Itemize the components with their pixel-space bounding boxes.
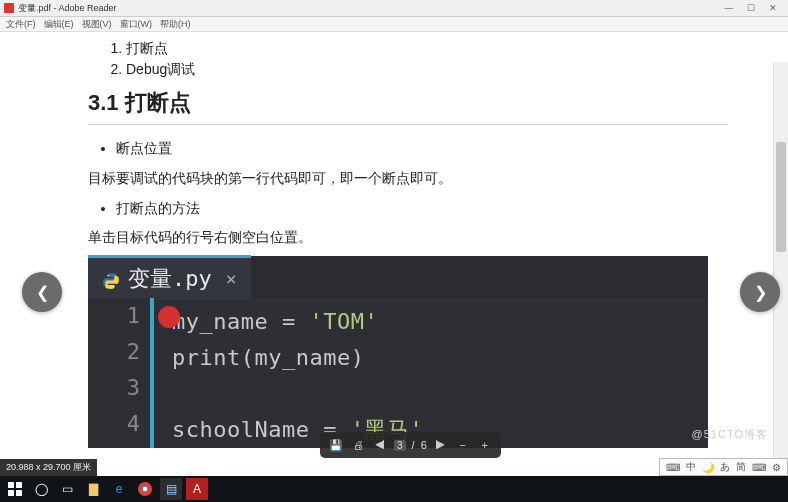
document-viewport: 打断点 Debug调试 3.1 打断点 断点位置 目标要调试的代码块的第一行代码…	[0, 32, 788, 502]
print-icon[interactable]: 🖨	[350, 437, 366, 453]
list-item: 打断点	[126, 38, 728, 59]
svg-point-0	[107, 274, 108, 275]
gutter[interactable]: 1 2 3 4	[88, 298, 154, 448]
bullet-item: 断点位置	[116, 137, 728, 161]
ime-icon[interactable]: ⌨	[666, 462, 680, 473]
code-line	[172, 376, 423, 412]
page-current[interactable]: 3	[394, 440, 406, 451]
next-page-button[interactable]: ❯	[740, 272, 780, 312]
save-icon[interactable]: 💾	[328, 437, 344, 453]
svg-rect-5	[16, 490, 22, 496]
close-button[interactable]: ✕	[762, 3, 784, 13]
paragraph: 单击目标代码的行号右侧空白位置。	[88, 226, 728, 250]
divider	[88, 124, 728, 125]
zoom-in-icon[interactable]: +	[477, 437, 493, 453]
watermark: @51CTO博客	[692, 427, 768, 442]
page-sep: /	[412, 439, 415, 451]
page-total: 6	[421, 439, 427, 451]
paragraph: 目标要调试的代码块的第一行代码即可，即一个断点即可。	[88, 167, 728, 191]
line-number: 4	[127, 411, 140, 436]
python-icon	[102, 270, 120, 288]
ime-bar[interactable]: ⌨ 中 🌙 あ 简 ⌨ ⚙	[659, 458, 788, 476]
ime-lang[interactable]: 中	[686, 460, 696, 474]
bullet-item: 打断点的方法	[116, 197, 728, 221]
start-button[interactable]	[4, 478, 26, 500]
ime-mode[interactable]: 🌙	[702, 462, 714, 473]
title-bar: 变量.pdf - Adobe Reader — ☐ ✕	[0, 0, 788, 17]
bullet-list: 断点位置	[116, 137, 728, 161]
app-icon	[4, 3, 14, 13]
menu-window[interactable]: 窗口(W)	[120, 18, 153, 31]
prev-icon[interactable]: ⯇	[372, 437, 388, 453]
numbered-list: 打断点 Debug调试	[126, 38, 728, 80]
svg-rect-4	[8, 490, 14, 496]
adobe-reader-icon[interactable]: A	[186, 478, 208, 500]
code-editor-screenshot: 变量.py × 1 2 3 4 my_name = 'TOM' print(my…	[88, 256, 708, 448]
line-number: 1	[127, 303, 140, 328]
heading-3-1: 3.1 打断点	[88, 88, 728, 118]
code-body: 1 2 3 4 my_name = 'TOM' print(my_name) s…	[88, 298, 708, 448]
scrollbar-thumb[interactable]	[776, 142, 786, 252]
edge-icon[interactable]: e	[108, 478, 130, 500]
taskview-icon[interactable]: ▭	[56, 478, 78, 500]
svg-rect-2	[8, 482, 14, 488]
ime-pad[interactable]: ⌨	[752, 462, 766, 473]
maximize-button[interactable]: ☐	[740, 3, 762, 13]
line-number: 3	[127, 375, 140, 400]
menu-edit[interactable]: 编辑(E)	[44, 18, 74, 31]
next-icon[interactable]: ⯈	[433, 437, 449, 453]
reader-toolbar[interactable]: 💾 🖨 ⯇ 3 / 6 ⯈ − +	[320, 432, 501, 458]
svg-point-8	[143, 487, 147, 491]
svg-point-1	[113, 286, 114, 287]
ime-settings[interactable]: ⚙	[772, 462, 781, 473]
svg-rect-3	[16, 482, 22, 488]
prev-page-button[interactable]: ❮	[22, 272, 62, 312]
close-icon[interactable]: ×	[226, 268, 237, 289]
status-coords: 20.988 x 29.700 厘米	[0, 459, 97, 476]
bullet-list: 打断点的方法	[116, 197, 728, 221]
window-title: 变量.pdf - Adobe Reader	[18, 2, 117, 15]
explorer-icon[interactable]: ▇	[82, 478, 104, 500]
code-lines: my_name = 'TOM' print(my_name) schoolNam…	[154, 298, 423, 448]
tab-label: 变量.py	[128, 264, 212, 294]
list-item: Debug调试	[126, 59, 728, 80]
code-line: print(my_name)	[172, 340, 423, 376]
code-line: my_name = 'TOM'	[172, 304, 423, 340]
zoom-out-icon[interactable]: −	[455, 437, 471, 453]
taskbar[interactable]: ◯ ▭ ▇ e ▤ A	[0, 476, 788, 502]
search-icon[interactable]: ◯	[30, 478, 52, 500]
minimize-button[interactable]: —	[718, 3, 740, 13]
chrome-icon[interactable]	[134, 478, 156, 500]
line-number: 2	[127, 339, 140, 364]
editor-tabs: 变量.py ×	[88, 256, 708, 298]
editor-tab[interactable]: 变量.py ×	[88, 255, 251, 300]
menu-view[interactable]: 视图(V)	[82, 18, 112, 31]
menu-bar: 文件(F) 编辑(E) 视图(V) 窗口(W) 帮助(H)	[0, 17, 788, 32]
app-icon[interactable]: ▤	[160, 478, 182, 500]
menu-help[interactable]: 帮助(H)	[160, 18, 191, 31]
vertical-scrollbar[interactable]	[773, 62, 788, 460]
ime-simp[interactable]: 简	[736, 460, 746, 474]
ime-kana[interactable]: あ	[720, 460, 730, 474]
menu-file[interactable]: 文件(F)	[6, 18, 36, 31]
